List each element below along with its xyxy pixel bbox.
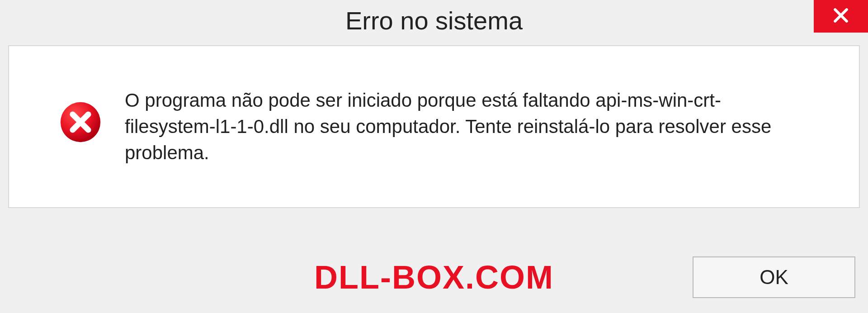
close-icon	[831, 5, 851, 27]
dialog-title: Erro no sistema	[345, 6, 523, 35]
close-button[interactable]	[814, 0, 868, 33]
titlebar: Erro no sistema	[0, 0, 868, 41]
ok-button[interactable]: OK	[693, 256, 855, 298]
watermark-text: DLL-BOX.COM	[314, 259, 554, 296]
error-message: O programa não pode ser iniciado porque …	[125, 87, 832, 166]
content-panel: O programa não pode ser iniciado porque …	[8, 45, 860, 208]
ok-button-label: OK	[760, 266, 788, 289]
error-icon	[59, 100, 102, 144]
footer: DLL-BOX.COM OK	[0, 252, 868, 302]
